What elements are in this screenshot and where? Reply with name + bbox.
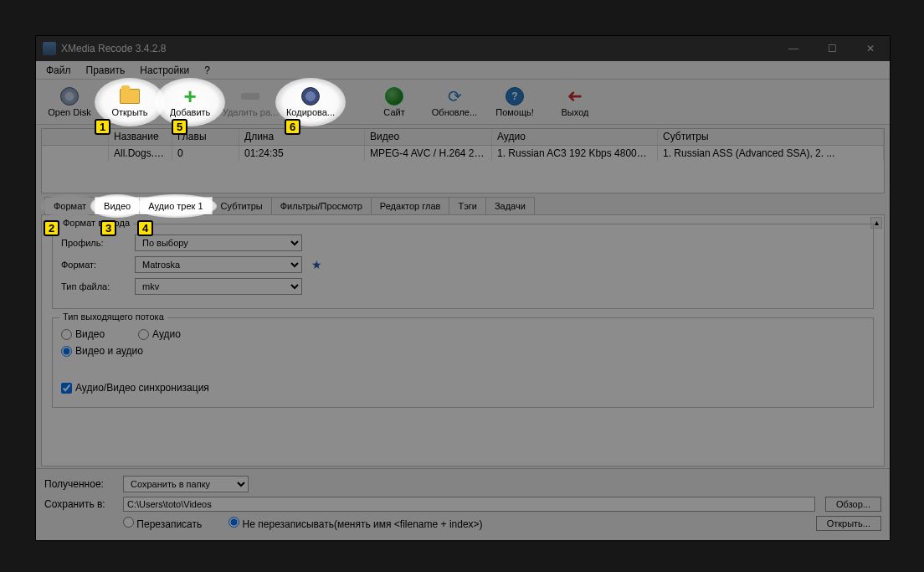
toolbar: Open Disk Открыть + Добавить Удалить ра.… [36,80,890,125]
toolbar-site[interactable]: Сайт [364,81,424,123]
profile-label: Профиль: [61,238,128,248]
col-header[interactable]: Аудио [492,129,658,145]
minus-icon [240,86,260,106]
format-label: Формат: [61,260,128,270]
output-legend: Формат вывода [59,218,133,228]
app-icon [43,42,56,55]
tab-3[interactable]: Субтитры [212,197,272,214]
cell: All.Dogs.Go... [109,146,172,161]
sync-label: Аудио/Видео синхронизация [75,382,209,394]
toolbar-label: Помощь! [495,108,534,117]
exit-icon: ➜ [565,86,585,106]
radio-nooverwrite[interactable]: Не перезаписывать(менять имя <filename +… [228,517,482,530]
close-button[interactable]: ✕ [851,36,890,61]
toolbar-exit[interactable]: ➜ Выход [545,81,605,123]
tab-0[interactable]: Формат [44,197,95,214]
help-icon: ? [505,86,525,106]
badge-6: 6 [285,119,300,135]
col-header[interactable]: Длина [239,129,365,145]
stream-legend: Тип выходящего потока [59,312,167,322]
badge-5: 5 [172,119,187,135]
cell: 01:24:35 [239,146,365,161]
tab-6[interactable]: Тэги [449,197,486,214]
cell: 0 [172,146,239,161]
toolbar-label: Обновле... [432,108,477,117]
radio-overwrite[interactable]: Перезаписать [123,517,202,530]
menu-settings[interactable]: Настройки [133,63,196,78]
toolbar-label: Open Disk [48,108,90,117]
toolbar-remove: Удалить ра... [220,81,280,123]
toolbar-label: Сайт [383,108,404,117]
minimize-button[interactable]: — [774,36,813,61]
gear-icon [300,86,321,106]
toolbar-encode[interactable]: Кодирова... [280,81,341,123]
grid-header: НазваниеГлавыДлинаВидеоАудиоСубтитры [42,129,884,146]
disk-icon [59,86,80,106]
toolbar-open[interactable]: Открыть [100,81,160,123]
toolbar-label: Добавить [170,108,211,117]
toolbar-help[interactable]: ? Помощь! [485,81,545,123]
favorite-icon[interactable]: ★ [309,257,324,272]
profile-select[interactable]: По выбору [135,234,302,251]
stream-type-group: Тип выходящего потока Видео Аудио Видео … [52,317,874,408]
refresh-icon: ⟳ [444,86,465,106]
badge-2: 2 [44,220,59,236]
output-pane: Полученное: Сохранить в папку Сохранить … [36,468,890,540]
folder-icon [120,86,140,106]
tab-strip: ФорматВидеоАудио трек 1СубтитрыФильтры/П… [44,194,890,214]
filetype-label: Тип файла: [61,281,128,291]
format-select[interactable]: Matroska [135,256,302,273]
window-title: XMedia Recode 3.4.2.8 [61,43,774,54]
tab-2[interactable]: Аудио трек 1 [139,197,212,214]
tab-5[interactable]: Редактор глав [371,197,450,214]
received-select[interactable]: Сохранить в папку [123,476,249,492]
toolbar-label: Кодирова... [286,108,335,117]
menu-edit[interactable]: Править [80,63,132,78]
filetype-select[interactable]: mkv [135,278,302,295]
format-panel: ▴ Формат вывода Профиль: По выбору Форма… [41,214,885,466]
toolbar-label: Открыть [111,108,147,117]
cell: MPEG-4 AVC / H.264 23.9... [365,146,492,161]
titlebar: XMedia Recode 3.4.2.8 — ☐ ✕ [36,36,890,61]
radio-both[interactable]: Видео и аудио [61,345,143,357]
file-grid: НазваниеГлавыДлинаВидеоАудиоСубтитры All… [41,128,885,193]
col-header[interactable]: Название [109,129,172,145]
sync-checkbox[interactable] [61,383,72,394]
radio-audio[interactable]: Аудио [138,328,181,340]
badge-1: 1 [95,119,110,135]
cell: 1. Russian ASS (Advanced SSA), 2. ... [658,146,884,161]
menu-file[interactable]: Файл [39,63,78,78]
cell [42,146,109,161]
toolbar-open-disk[interactable]: Open Disk [39,81,100,123]
toolbar-label: Удалить ра... [223,108,278,117]
plus-icon: + [180,86,200,106]
tab-1[interactable]: Видео [95,197,140,214]
radio-video[interactable]: Видео [61,328,105,340]
col-header[interactable]: Видео [365,129,492,145]
col-header[interactable]: Субтитры [658,129,884,145]
grid-row[interactable]: All.Dogs.Go...001:24:35MPEG-4 AVC / H.26… [42,146,884,161]
toolbar-label: Выход [562,108,589,117]
saveto-label: Сохранить в: [44,498,113,510]
menubar: Файл Править Настройки ? [36,61,890,80]
tab-4[interactable]: Фильтры/Просмотр [271,197,372,214]
badge-3: 3 [100,220,116,236]
globe-icon [384,86,404,106]
maximize-button[interactable]: ☐ [813,36,851,61]
output-format-group: Формат вывода Профиль: По выбору Формат:… [52,224,874,309]
save-path-input[interactable] [123,497,815,512]
menu-help[interactable]: ? [198,63,217,78]
badge-4: 4 [137,220,153,236]
app-window: XMedia Recode 3.4.2.8 — ☐ ✕ Файл Править… [35,35,891,541]
toolbar-update[interactable]: ⟳ Обновле... [424,81,485,123]
received-label: Полученное: [44,478,113,490]
open-button[interactable]: Открыть... [816,516,881,531]
browse-button[interactable]: Обзор... [825,497,881,512]
cell: 1. Russian AC3 192 Kbps 48000 Hz ... [492,146,658,161]
toolbar-add[interactable]: + Добавить [160,81,220,123]
tab-7[interactable]: Задачи [485,197,535,214]
